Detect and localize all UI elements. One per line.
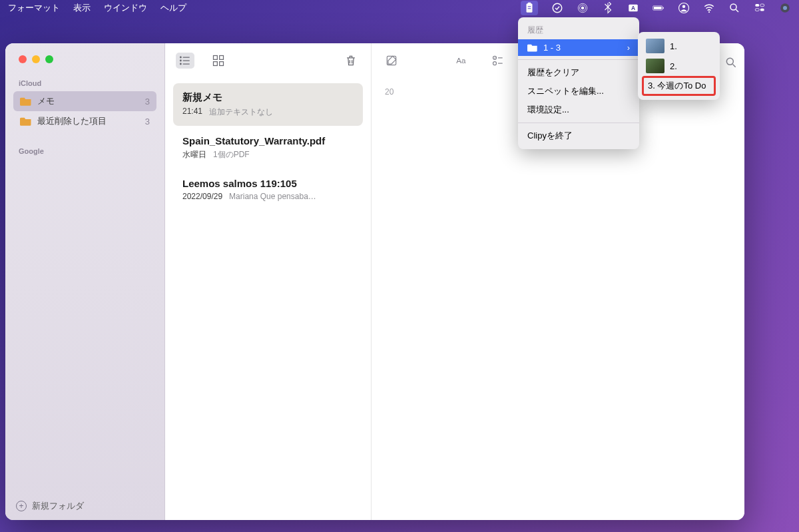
- close-button[interactable]: [19, 55, 27, 63]
- svg-rect-1: [528, 3, 531, 5]
- checklist-button[interactable]: [489, 53, 507, 69]
- input-source-icon[interactable]: A: [627, 2, 639, 14]
- note-time: 21:41: [182, 107, 202, 118]
- airdrop-icon[interactable]: [577, 2, 589, 14]
- folder-icon: [20, 97, 32, 106]
- clipy-quit[interactable]: Clipyを終了: [518, 127, 639, 145]
- svg-point-43: [726, 58, 733, 65]
- battery-icon[interactable]: [653, 2, 665, 14]
- minimize-button[interactable]: [32, 55, 40, 63]
- delete-button[interactable]: [342, 53, 360, 69]
- menu-view[interactable]: 表示: [73, 2, 91, 14]
- thumbnail-icon: [646, 39, 665, 53]
- clipy-history-folder[interactable]: 1 - 3 ›: [518, 39, 639, 56]
- submenu-label: 2.: [670, 61, 677, 71]
- todo-icon[interactable]: [551, 2, 563, 14]
- user-icon[interactable]: [678, 2, 690, 14]
- svg-rect-30: [214, 56, 218, 60]
- spotlight-icon[interactable]: [728, 2, 740, 14]
- note-title: 新規メモ: [182, 91, 354, 104]
- svg-line-17: [736, 9, 738, 12]
- grid-view-button[interactable]: [209, 53, 228, 69]
- clipy-clear-history[interactable]: 履歴をクリア: [518, 63, 639, 82]
- new-folder-button[interactable]: + 新規フォルダ: [5, 492, 164, 520]
- note-item[interactable]: Leemos salmos 119:105 2022/09/29Mariana …: [173, 170, 363, 209]
- menu-window[interactable]: ウインドウ: [104, 2, 147, 14]
- thumbnail-icon: [646, 59, 665, 73]
- svg-rect-20: [755, 9, 759, 11]
- svg-point-29: [180, 63, 182, 65]
- note-item[interactable]: Spain_Statutory_Warranty.pdf 水曜日1個のPDF: [173, 127, 363, 168]
- wifi-icon[interactable]: [703, 2, 715, 14]
- list-view-button[interactable]: [176, 53, 194, 69]
- fullscreen-button[interactable]: [45, 55, 53, 63]
- svg-rect-19: [760, 4, 764, 7]
- notes-container: 新規メモ 21:41追加テキストなし Spain_Statutory_Warra…: [165, 78, 371, 216]
- svg-text:A: A: [631, 5, 635, 11]
- svg-rect-31: [220, 56, 224, 60]
- svg-rect-12: [663, 7, 663, 9]
- svg-rect-0: [527, 3, 533, 13]
- note-item[interactable]: 新規メモ 21:41追加テキストなし: [173, 83, 363, 126]
- system-menubar: フォーマット 表示 ウインドウ ヘルプ A: [0, 0, 799, 16]
- note-preview: Mariana Que pensaba…: [229, 192, 316, 201]
- clipy-history-item-1[interactable]: 1.: [642, 36, 716, 56]
- svg-point-36: [493, 56, 497, 59]
- note-list-pane: 新規メモ 21:41追加テキストなし Spain_Statutory_Warra…: [165, 43, 372, 520]
- note-time: 水曜日: [182, 149, 206, 160]
- svg-point-27: [180, 57, 182, 58]
- chevron-right-icon: ›: [627, 43, 630, 53]
- clipy-edit-snippets[interactable]: スニペットを編集...: [518, 82, 639, 101]
- sidebar-item-recently-deleted[interactable]: 最近削除した項目 3: [13, 111, 156, 131]
- sidebar-item-label: 最近削除した項目: [37, 115, 107, 127]
- svg-text:Aa: Aa: [456, 56, 466, 65]
- svg-rect-18: [755, 4, 759, 7]
- clipy-submenu: 1. 2. 3. 今週のTo Do: [638, 32, 720, 100]
- svg-point-23: [783, 6, 787, 10]
- submenu-label: 3. 今週のTo Do: [648, 80, 706, 92]
- clipy-preferences[interactable]: 環境設定...: [518, 101, 639, 119]
- svg-point-16: [730, 4, 736, 10]
- control-center-icon[interactable]: [754, 2, 766, 14]
- svg-point-5: [581, 7, 585, 10]
- menu-separator: [518, 59, 639, 60]
- svg-point-4: [553, 3, 562, 13]
- clipy-menu: 履歴 1 - 3 › 履歴をクリア スニペットを編集... 環境設定... Cl…: [518, 17, 639, 149]
- format-button[interactable]: Aa: [451, 53, 470, 69]
- clipy-folder-label: 1 - 3: [543, 43, 561, 53]
- folder-icon: [527, 43, 538, 52]
- siri-icon[interactable]: [779, 2, 791, 14]
- menu-format[interactable]: フォーマット: [8, 2, 60, 14]
- compose-button[interactable]: [382, 53, 401, 69]
- clipy-history-item-3[interactable]: 3. 今週のTo Do: [642, 76, 716, 96]
- submenu-label: 1.: [670, 41, 677, 51]
- note-title: Spain_Statutory_Warranty.pdf: [182, 135, 354, 146]
- sidebar-item-notes[interactable]: メモ 3: [13, 91, 156, 111]
- sidebar-item-label: メモ: [37, 95, 55, 107]
- svg-rect-21: [760, 9, 764, 11]
- clipy-menubar-icon[interactable]: [521, 1, 538, 15]
- svg-line-44: [733, 65, 736, 67]
- note-list-toolbar: [165, 43, 371, 78]
- note-time: 2022/09/29: [182, 192, 222, 201]
- bluetooth-icon[interactable]: [602, 2, 614, 14]
- note-preview: 追加テキストなし: [209, 107, 273, 118]
- menu-separator: [518, 123, 639, 123]
- sidebar-section-icloud: iCloud: [13, 75, 156, 91]
- window-controls: [5, 43, 164, 63]
- note-preview: 1個のPDF: [213, 149, 250, 160]
- clipy-history-item-2[interactable]: 2.: [642, 56, 716, 76]
- svg-point-15: [708, 11, 710, 13]
- menu-help[interactable]: ヘルプ: [160, 2, 186, 14]
- note-title: Leemos salmos 119:105: [182, 178, 354, 189]
- sidebar-section-google: Google: [13, 143, 156, 159]
- svg-point-38: [493, 62, 497, 65]
- svg-point-14: [682, 5, 686, 9]
- svg-rect-32: [214, 62, 218, 66]
- svg-rect-33: [220, 62, 224, 66]
- svg-rect-11: [654, 7, 662, 9]
- sidebar-item-count: 3: [145, 117, 150, 127]
- new-folder-label: 新規フォルダ: [32, 500, 84, 512]
- search-button[interactable]: [724, 56, 738, 72]
- menubar-status-icons: A: [521, 1, 791, 15]
